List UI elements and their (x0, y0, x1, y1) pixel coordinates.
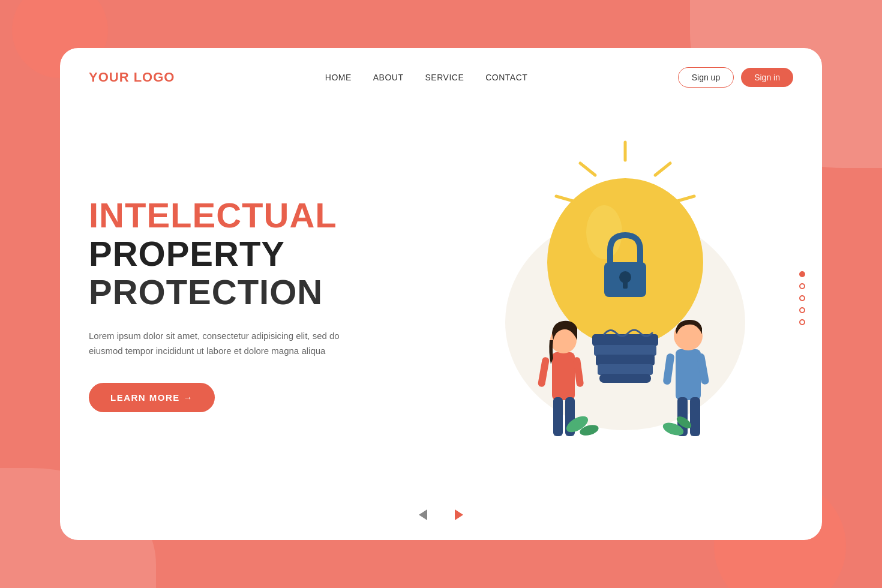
nav-home[interactable]: HOME (325, 73, 352, 82)
svg-line-4 (580, 163, 595, 175)
dot-5[interactable] (799, 319, 805, 325)
hero-illustration (451, 124, 775, 472)
left-section: INTELECTUAL PROPERTY PROTECTION Lorem ip… (89, 114, 433, 482)
prev-arrow-icon (419, 509, 427, 520)
nav-about[interactable]: ABOUT (373, 73, 404, 82)
navbar: YOUR LOGO HOME ABOUT SERVICE CONTACT Sig… (60, 48, 822, 102)
bottom-arrows (60, 494, 822, 540)
dot-4[interactable] (799, 307, 805, 313)
nav-buttons: Sign up Sign in (678, 67, 793, 88)
dot-3[interactable] (799, 295, 805, 301)
svg-line-2 (655, 163, 670, 175)
next-arrow-button[interactable] (448, 504, 470, 526)
svg-point-7 (586, 205, 622, 259)
right-section (433, 114, 793, 482)
nav-service[interactable]: SERVICE (425, 73, 464, 82)
main-card: YOUR LOGO HOME ABOUT SERVICE CONTACT Sig… (60, 48, 822, 540)
nav-links: HOME ABOUT SERVICE CONTACT (325, 73, 528, 82)
dot-navigation (799, 271, 805, 325)
svg-rect-10 (596, 355, 655, 365)
hero-description: Lorem ipsum dolor sit amet, consectetur … (89, 328, 341, 359)
svg-rect-9 (594, 345, 656, 356)
nav-contact[interactable]: CONTACT (485, 73, 527, 82)
svg-rect-25 (690, 397, 700, 436)
title-line2: PROPERTY (89, 235, 409, 273)
signin-button[interactable]: Sign in (741, 68, 793, 87)
prev-arrow-button[interactable] (412, 504, 434, 526)
signup-button[interactable]: Sign up (678, 67, 734, 88)
svg-rect-15 (623, 280, 628, 289)
hero-title: INTELECTUAL PROPERTY PROTECTION (89, 196, 409, 311)
main-content: INTELECTUAL PROPERTY PROTECTION Lorem ip… (60, 102, 822, 494)
svg-rect-18 (553, 397, 563, 436)
next-arrow-icon (455, 509, 463, 520)
dot-2[interactable] (799, 283, 805, 289)
svg-rect-16 (552, 352, 575, 400)
dot-1[interactable] (799, 271, 805, 277)
learn-more-button[interactable]: LEARN MORE → (89, 383, 215, 412)
svg-rect-12 (599, 374, 651, 383)
svg-rect-11 (598, 364, 653, 375)
logo: YOUR LOGO (89, 70, 175, 85)
title-line3: PROTECTION (89, 273, 409, 311)
title-line1: INTELECTUAL (89, 196, 409, 235)
